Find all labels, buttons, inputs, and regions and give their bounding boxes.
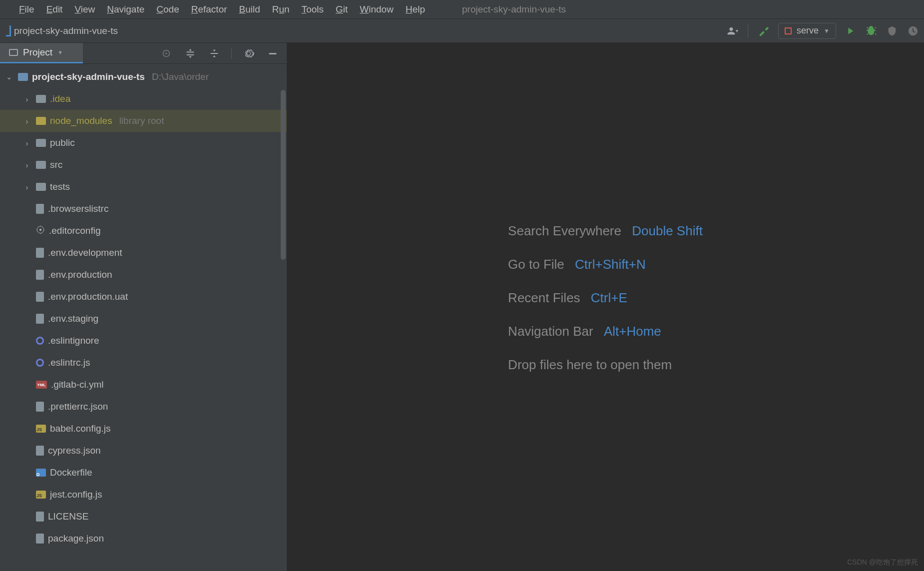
file-icon — [36, 204, 44, 214]
tree-folder-idea[interactable]: › .idea — [0, 88, 287, 110]
tree-folder-public[interactable]: › public — [0, 132, 287, 154]
js-icon: JS — [36, 425, 46, 433]
tree-file-jest-config[interactable]: JS jest.config.js — [0, 484, 287, 506]
watermark: CSDN @吃饱了想撑死 — [847, 558, 918, 567]
tree-root[interactable]: ⌄ project-sky-admin-vue-ts D:\Java\order — [0, 66, 287, 88]
tree-file-package-json[interactable]: package.json — [0, 528, 287, 550]
toolbar: project-sky-admin-vue-ts ▾ serve ▼ — [0, 19, 924, 43]
project-panel: Project ▼ — [0, 43, 287, 571]
menu-view[interactable]: View — [74, 4, 95, 15]
svg-rect-2 — [269, 53, 277, 54]
chevron-down-icon[interactable]: ⌄ — [4, 72, 14, 81]
tree-file-gitlab-ci[interactable]: YML .gitlab-ci.yml — [0, 374, 287, 396]
chevron-right-icon[interactable]: › — [22, 161, 32, 169]
editor-area[interactable]: Search Everywhere Double Shift Go to Fil… — [287, 43, 924, 571]
folder-icon — [36, 161, 46, 169]
folder-icon — [36, 183, 46, 191]
eslint-icon — [36, 359, 44, 367]
project-panel-header: Project ▼ — [0, 43, 287, 64]
js-icon: JS — [36, 491, 46, 499]
menu-bar: File Edit View Navigate Code Refactor Bu… — [0, 0, 924, 19]
run-button[interactable] — [843, 24, 857, 38]
gear-icon — [36, 225, 45, 237]
expand-all-icon[interactable] — [183, 46, 197, 60]
menu-build[interactable]: Build — [239, 4, 260, 15]
chevron-down-icon: ▼ — [57, 49, 63, 55]
file-icon — [36, 248, 44, 258]
tree-folder-tests[interactable]: › tests — [0, 176, 287, 198]
svg-point-1 — [165, 52, 167, 54]
menu-file[interactable]: File — [19, 4, 34, 15]
menu-refactor[interactable]: Refactor — [191, 4, 227, 15]
project-view-selector[interactable]: Project ▼ — [0, 43, 83, 63]
folder-icon — [36, 139, 46, 147]
tree-file-dockerfile[interactable]: Dockerfile — [0, 462, 287, 484]
chevron-right-icon[interactable]: › — [22, 95, 32, 103]
scrollbar-thumb[interactable] — [281, 90, 286, 260]
tree-file-cypress-json[interactable]: cypress.json — [0, 440, 287, 462]
menu-git[interactable]: Git — [336, 4, 348, 15]
hint-drop-files: Drop files here to open them — [508, 357, 703, 373]
coverage-icon[interactable] — [885, 24, 899, 38]
menu-tools[interactable]: Tools — [302, 4, 324, 15]
json-icon — [36, 534, 44, 544]
project-tree[interactable]: ⌄ project-sky-admin-vue-ts D:\Java\order… — [0, 64, 287, 571]
welcome-hints: Search Everywhere Double Shift Go to Fil… — [508, 223, 703, 391]
menu-edit[interactable]: Edit — [46, 4, 63, 15]
tree-folder-node-modules[interactable]: › node_modules library root — [0, 110, 287, 132]
content-area: Project ▼ — [0, 43, 924, 571]
svg-point-3 — [39, 228, 42, 231]
folder-icon — [36, 95, 46, 103]
tree-file-license[interactable]: LICENSE — [0, 506, 287, 528]
run-config-icon — [785, 27, 792, 34]
chevron-down-icon: ▼ — [824, 27, 830, 34]
debug-button[interactable] — [864, 24, 878, 38]
hint-navigation-bar: Navigation Bar Alt+Home — [508, 324, 703, 339]
tree-file-env-staging[interactable]: .env.staging — [0, 308, 287, 330]
tree-file-eslintrc[interactable]: .eslintrc.js — [0, 352, 287, 374]
json-icon — [36, 446, 44, 456]
menu-navigate[interactable]: Navigate — [107, 4, 144, 15]
settings-gear-icon[interactable] — [242, 46, 256, 60]
docker-icon — [36, 469, 46, 477]
tree-file-env-prod[interactable]: .env.production — [0, 264, 287, 286]
chevron-right-icon[interactable]: › — [22, 117, 32, 125]
tree-file-browserslistrc[interactable]: .browserslistrc — [0, 198, 287, 220]
hint-goto-file: Go to File Ctrl+Shift+N — [508, 257, 703, 272]
file-icon — [36, 292, 44, 302]
hint-recent-files: Recent Files Ctrl+E — [508, 290, 703, 306]
tree-file-editorconfig[interactable]: .editorconfig — [0, 220, 287, 242]
user-icon[interactable]: ▾ — [725, 24, 739, 38]
crumb-icon — [6, 25, 11, 36]
menu-help[interactable]: Help — [406, 4, 425, 15]
project-panel-title: Project — [23, 47, 52, 58]
folder-icon — [36, 117, 46, 125]
tree-file-env-dev[interactable]: .env.development — [0, 242, 287, 264]
chevron-right-icon[interactable]: › — [22, 183, 32, 191]
folder-icon — [18, 73, 28, 81]
project-icon — [9, 49, 18, 56]
eslint-icon — [36, 337, 44, 345]
tree-file-eslintignore[interactable]: .eslintignore — [0, 330, 287, 352]
build-hammer-icon[interactable] — [757, 24, 771, 38]
file-icon — [36, 512, 44, 522]
tree-file-prettierrc[interactable]: .prettierrc.json — [0, 396, 287, 418]
breadcrumb-root[interactable]: project-sky-admin-vue-ts — [14, 25, 118, 36]
menu-window[interactable]: Window — [360, 4, 394, 15]
yml-icon: YML — [36, 381, 47, 389]
chevron-right-icon[interactable]: › — [22, 139, 32, 147]
tree-folder-src[interactable]: › src — [0, 154, 287, 176]
select-opened-icon[interactable] — [159, 46, 173, 60]
tree-file-babel-config[interactable]: JS babel.config.js — [0, 418, 287, 440]
menu-run[interactable]: Run — [272, 4, 290, 15]
run-config-selector[interactable]: serve ▼ — [778, 23, 836, 39]
tree-file-env-prod-uat[interactable]: .env.production.uat — [0, 286, 287, 308]
menu-code[interactable]: Code — [156, 4, 179, 15]
hint-search-everywhere: Search Everywhere Double Shift — [508, 223, 703, 239]
run-config-label: serve — [797, 25, 819, 36]
collapse-all-icon[interactable] — [207, 46, 221, 60]
file-icon — [36, 270, 44, 280]
hide-panel-icon[interactable] — [266, 46, 280, 60]
profile-icon[interactable] — [906, 24, 920, 38]
window-title: project-sky-admin-vue-ts — [462, 4, 566, 15]
